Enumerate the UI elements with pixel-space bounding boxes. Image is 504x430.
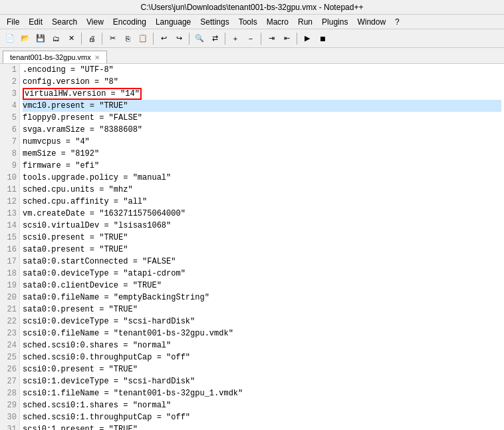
line-number-12: 12	[3, 196, 17, 208]
code-line-3[interactable]: virtualHW.version = "14"	[23, 88, 501, 100]
line-number-13: 13	[3, 208, 17, 220]
menu-item-edit[interactable]: Edit	[25, 16, 47, 28]
code-line-8[interactable]: memSize = "8192"	[23, 148, 501, 160]
toolbar-sep-7	[297, 33, 297, 45]
line-number-2: 2	[3, 76, 17, 88]
toolbar-sep-2	[102, 33, 102, 45]
macro-button[interactable]: ▶	[300, 31, 315, 46]
print-button[interactable]: 🖨	[84, 31, 99, 46]
code-line-26[interactable]: scsi0:0.present = "TRUE"	[23, 363, 501, 375]
menu-item-macro[interactable]: Macro	[263, 16, 293, 28]
paste-button[interactable]: 📋	[136, 31, 150, 46]
code-line-14[interactable]: scsi0.virtualDev = "lsisas1068"	[23, 220, 501, 232]
line-number-16: 16	[3, 244, 17, 256]
line-number-15: 15	[3, 232, 17, 244]
code-line-23[interactable]: scsi0:0.fileName = "tenant001-bs-32gpu.v…	[23, 327, 501, 339]
editor-container[interactable]: 1234567891011121314151617181920212223242…	[0, 64, 504, 430]
line-number-28: 28	[3, 387, 17, 399]
code-line-21[interactable]: sata0:0.present = "TRUE"	[23, 304, 501, 316]
toolbar-sep-4	[189, 33, 189, 45]
line-number-11: 11	[3, 184, 17, 196]
code-line-11[interactable]: sched.cpu.units = "mhz"	[23, 184, 501, 196]
toolbar-sep-1	[81, 33, 82, 45]
code-line-16[interactable]: sata0.present = "TRUE"	[23, 244, 501, 256]
line-number-27: 27	[3, 375, 17, 387]
tab-vmx[interactable]: tenant001-bs-32gpu.vmx ✕	[3, 51, 107, 63]
copy-button[interactable]: ⎘	[120, 31, 135, 46]
menu-item-window[interactable]: Window	[353, 16, 390, 28]
tab-label: tenant001-bs-32gpu.vmx	[10, 53, 91, 61]
menu-item-file[interactable]: File	[3, 16, 23, 28]
open-button[interactable]: 📂	[18, 31, 33, 46]
line-number-18: 18	[3, 268, 17, 280]
code-line-28[interactable]: scsi0:1.fileName = "tenant001-bs-32gpu_1…	[23, 387, 501, 399]
zoom-in-button[interactable]: +	[228, 31, 243, 46]
new-button[interactable]: 📄	[3, 31, 17, 46]
boxed-line-span: virtualHW.version = "14"	[23, 88, 142, 100]
line-number-9: 9	[3, 160, 17, 172]
tab-bar: tenant001-bs-32gpu.vmx ✕	[0, 48, 504, 64]
cut-button[interactable]: ✂	[105, 31, 120, 46]
save-button[interactable]: 💾	[33, 31, 48, 46]
menu-item-run[interactable]: Run	[294, 16, 316, 28]
menu-item-plugins[interactable]: Plugins	[318, 16, 352, 28]
menu-item-settings[interactable]: Settings	[196, 16, 233, 28]
line-number-10: 10	[3, 172, 17, 184]
code-line-27[interactable]: scsi0:1.deviceType = "scsi-hardDisk"	[23, 375, 501, 387]
code-line-24[interactable]: sched.scsi0:0.shares = "normal"	[23, 339, 501, 351]
line-number-26: 26	[3, 363, 17, 375]
code-line-30[interactable]: sched.scsi0:1.throughputCap = "off"	[23, 411, 501, 423]
menu-item-tools[interactable]: Tools	[235, 16, 261, 28]
code-line-29[interactable]: sched.scsi0:1.shares = "normal"	[23, 399, 501, 411]
close-button[interactable]: ✕	[64, 31, 78, 46]
code-line-6[interactable]: svga.vramSize = "8388608"	[23, 124, 501, 136]
code-line-7[interactable]: numvcpus = "4"	[23, 136, 501, 148]
redo-button[interactable]: ↪	[172, 31, 186, 46]
code-line-10[interactable]: tools.upgrade.policy = "manual"	[23, 172, 501, 184]
title-bar: C:\Users\jun\Downloads\tenant001-bs-32gp…	[0, 0, 504, 15]
line-number-21: 21	[3, 304, 17, 316]
code-line-25[interactable]: sched.scsi0:0.throughputCap = "off"	[23, 351, 501, 363]
toolbar-sep-5	[225, 33, 225, 45]
outdent-button[interactable]: ⇤	[279, 31, 294, 46]
code-line-15[interactable]: scsi0.present = "TRUE"	[23, 232, 501, 244]
line-number-30: 30	[3, 411, 17, 423]
code-line-18[interactable]: sata0:0.deviceType = "atapi-cdrom"	[23, 268, 501, 280]
menu-item-language[interactable]: Language	[152, 16, 195, 28]
code-line-17[interactable]: sata0:0.startConnected = "FALSE"	[23, 256, 501, 268]
code-line-31[interactable]: scsi0:1.present = "TRUE"	[23, 423, 501, 430]
menu-item-view[interactable]: View	[82, 16, 108, 28]
code-line-1[interactable]: .encoding = "UTF-8"	[23, 64, 501, 76]
menu-item-encoding[interactable]: Encoding	[109, 16, 150, 28]
indent-button[interactable]: ⇥	[264, 31, 279, 46]
line-number-29: 29	[3, 399, 17, 411]
line-number-7: 7	[3, 136, 17, 148]
zoom-out-button[interactable]: −	[243, 31, 258, 46]
line-number-4: 4	[3, 100, 17, 112]
code-line-20[interactable]: sata0:0.fileName = "emptyBackingString"	[23, 292, 501, 304]
menu-item-search[interactable]: Search	[48, 16, 81, 28]
code-line-9[interactable]: firmware = "efi"	[23, 160, 501, 172]
line-number-24: 24	[3, 339, 17, 351]
toolbar-sep-3	[153, 33, 154, 45]
tab-close-button[interactable]: ✕	[94, 54, 100, 61]
menu-item-?[interactable]: ?	[391, 16, 404, 28]
code-line-12[interactable]: sched.cpu.affinity = "all"	[23, 196, 501, 208]
code-line-5[interactable]: floppy0.present = "FALSE"	[23, 112, 501, 124]
line-number-23: 23	[3, 327, 17, 339]
menu-bar: FileEditSearchViewEncodingLanguageSettin…	[0, 15, 504, 29]
code-line-2[interactable]: config.version = "8"	[23, 76, 501, 88]
undo-button[interactable]: ↩	[156, 31, 171, 46]
code-line-19[interactable]: sata0:0.clientDevice = "TRUE"	[23, 280, 501, 292]
code-line-13[interactable]: vm.createDate = "1632711575064000"	[23, 208, 501, 220]
replace-button[interactable]: ⇄	[207, 31, 222, 46]
stop-button[interactable]: ⏹	[315, 31, 330, 46]
save-all-button[interactable]: 🗂	[49, 31, 63, 46]
code-line-22[interactable]: scsi0:0.deviceType = "scsi-hardDisk"	[23, 316, 501, 327]
find-button[interactable]: 🔍	[192, 31, 207, 46]
line-number-3: 3	[3, 88, 17, 100]
line-number-8: 8	[3, 148, 17, 160]
code-area[interactable]: .encoding = "UTF-8"config.version = "8"v…	[20, 64, 504, 430]
code-line-4[interactable]: vmc10.present = "TRUE"	[23, 100, 501, 112]
line-number-17: 17	[3, 256, 17, 268]
